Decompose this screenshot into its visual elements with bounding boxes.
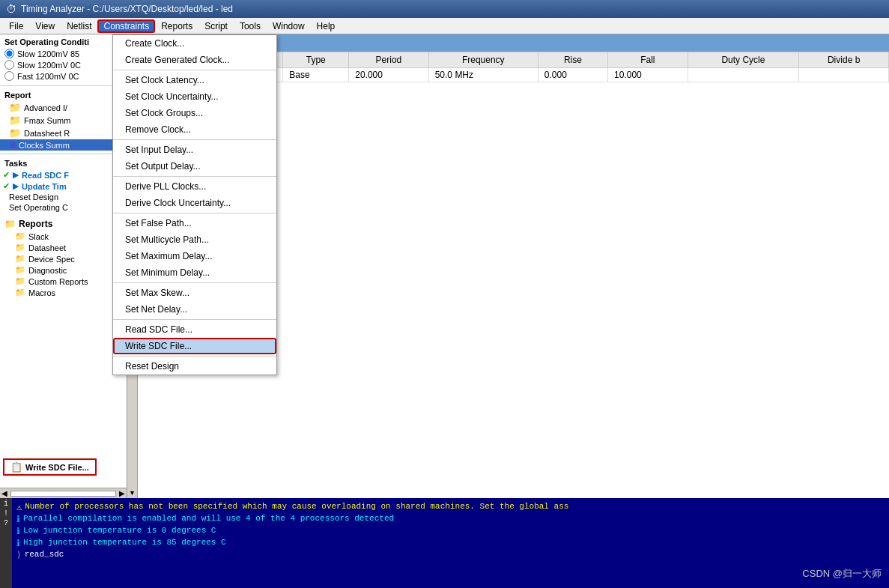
sep1 bbox=[113, 70, 276, 70]
menu-constraints[interactable]: Constraints bbox=[97, 19, 155, 33]
menu-remove-clock[interactable]: Remove Clock... bbox=[113, 121, 276, 138]
menu-derive-clock-uncertainty[interactable]: Derive Clock Uncertainty... bbox=[113, 195, 276, 211]
menu-set-false-path[interactable]: Set False Path... bbox=[113, 215, 276, 231]
report-device-spec[interactable]: 📁 Device Spec bbox=[0, 253, 127, 264]
cell-divide-b bbox=[799, 68, 889, 82]
menu-set-clock-groups[interactable]: Set Clock Groups... bbox=[113, 105, 276, 121]
table-icon-clocks: ⊞ bbox=[9, 140, 16, 150]
console-btn-3[interactable]: ? bbox=[4, 519, 8, 527]
task-set-operating[interactable]: Set Operating C bbox=[0, 202, 127, 213]
radio-fast-1200mv-0c[interactable]: Fast 1200mV 0C bbox=[4, 71, 122, 81]
cell-fall: 10.000 bbox=[608, 68, 688, 82]
cell-type: Base bbox=[283, 68, 349, 82]
menu-reports[interactable]: Reports bbox=[155, 19, 198, 33]
menu-view[interactable]: View bbox=[29, 19, 61, 33]
constraints-dropdown: Create Clock... Create Generated Clock..… bbox=[112, 34, 277, 375]
report-datasheet[interactable]: 📁 Datasheet R bbox=[0, 127, 127, 139]
menu-script[interactable]: Script bbox=[198, 19, 234, 33]
menu-set-minimum-delay[interactable]: Set Minimum Delay... bbox=[113, 264, 276, 281]
cell-frequency: 50.0 MHz bbox=[428, 68, 538, 82]
left-panel: Set Operating Conditi Slow 1200mV 85 Slo… bbox=[0, 34, 127, 498]
task-update-timing[interactable]: ✔ ▶ Update Tim bbox=[0, 181, 127, 192]
console-content: ⚠Number of processors has not been speci… bbox=[16, 502, 886, 560]
right-scroll-down[interactable]: ▼ bbox=[129, 489, 136, 497]
console-line: ℹParallel compilation is enabled and wil… bbox=[16, 514, 886, 525]
scroll-right-arrow[interactable]: ▶ bbox=[118, 489, 127, 497]
console-line-text: High junction temperature is 85 degrees … bbox=[23, 538, 226, 547]
menu-set-max-skew[interactable]: Set Max Skew... bbox=[113, 285, 276, 301]
menu-tools[interactable]: Tools bbox=[234, 19, 267, 33]
report-datasheet-sub[interactable]: 📁 Datasheet bbox=[0, 242, 127, 253]
menu-help[interactable]: Help bbox=[311, 19, 342, 33]
col-duty-cycle: Duty Cycle bbox=[688, 52, 799, 68]
folder-icon-datasheet-sub: 📁 bbox=[15, 243, 25, 252]
left-panel-scrollbar[interactable]: ◀ ▶ bbox=[0, 488, 127, 498]
console-line: ⚠Number of processors has not been speci… bbox=[16, 502, 886, 513]
menu-reset-design[interactable]: Reset Design bbox=[113, 358, 276, 375]
warn-icon: ⚠ bbox=[16, 502, 22, 513]
sep7 bbox=[113, 356, 276, 357]
task-reset-design[interactable]: Reset Design bbox=[0, 192, 127, 202]
report-fmax[interactable]: 📁 Fmax Summ bbox=[0, 114, 127, 127]
report-diagnostic[interactable]: 📁 Diagnostic bbox=[0, 264, 127, 276]
menu-set-clock-uncertainty[interactable]: Set Clock Uncertainty... bbox=[113, 88, 276, 105]
info-icon: ℹ bbox=[16, 514, 20, 525]
report-advanced-label: Advanced I/ bbox=[24, 103, 67, 112]
radio-slow-1200mv-0c[interactable]: Slow 1200mV 0C bbox=[4, 60, 122, 70]
op-conditions-label: Set Operating Conditi bbox=[4, 37, 122, 46]
console-btn-2[interactable]: ! bbox=[4, 509, 8, 518]
report-clocks-label: Clocks Summ bbox=[19, 141, 70, 150]
report-macros[interactable]: 📁 Macros bbox=[0, 287, 127, 298]
constraints-menu: Create Clock... Create Generated Clock..… bbox=[112, 34, 277, 375]
report-fmax-label: Fmax Summ bbox=[24, 116, 70, 125]
report-section-header: Report bbox=[0, 89, 127, 101]
reports-folder-header[interactable]: 📁 Reports bbox=[0, 217, 127, 231]
menu-create-generated-clock[interactable]: Create Generated Clock... bbox=[113, 52, 276, 68]
csdn-watermark: CSDN @归一大师 bbox=[802, 567, 882, 581]
menu-window[interactable]: Window bbox=[267, 19, 311, 33]
menu-file[interactable]: File bbox=[3, 19, 29, 33]
menu-set-maximum-delay[interactable]: Set Maximum Delay... bbox=[113, 248, 276, 264]
console-line-text: Low junction temperature is 0 degrees C bbox=[23, 526, 216, 535]
folder-icon-device-spec: 📁 bbox=[15, 254, 25, 264]
menu-set-net-delay[interactable]: Set Net Delay... bbox=[113, 301, 276, 318]
menu-read-sdc-file[interactable]: Read SDC File... bbox=[113, 321, 276, 338]
info-icon: ℹ bbox=[16, 526, 20, 537]
folder-icon-datasheet: 📁 bbox=[9, 127, 21, 139]
sep3 bbox=[113, 176, 276, 177]
console-btn-1[interactable]: i bbox=[4, 500, 8, 508]
menu-derive-pll-clocks[interactable]: Derive PLL Clocks... bbox=[113, 178, 276, 195]
write-sdc-icon: 📋 bbox=[10, 461, 22, 473]
menu-bar: File View Netlist Constraints Reports Sc… bbox=[0, 18, 889, 34]
menu-create-clock[interactable]: Create Clock... bbox=[113, 35, 276, 52]
slack-label: Slack bbox=[28, 232, 49, 241]
scroll-left-arrow[interactable]: ◀ bbox=[0, 489, 9, 497]
write-sdc-btn-label: Write SDC File... bbox=[25, 463, 89, 472]
folder-icon-macros: 📁 bbox=[15, 288, 25, 297]
cell-rise: 0.000 bbox=[538, 68, 607, 82]
menu-set-output-delay[interactable]: Set Output Delay... bbox=[113, 158, 276, 175]
report-datasheet-label: Datasheet R bbox=[24, 129, 70, 138]
console-controls[interactable]: i ! ? bbox=[0, 498, 12, 588]
menu-set-multicycle-path[interactable]: Set Multicycle Path... bbox=[113, 231, 276, 248]
write-sdc-bottom-button[interactable]: 📋 Write SDC File... bbox=[3, 458, 97, 476]
check-icon-1: ✔ bbox=[3, 170, 10, 180]
check-icon-2: ✔ bbox=[3, 181, 10, 191]
folder-icon-advanced: 📁 bbox=[9, 102, 21, 113]
console-line-text: Parallel compilation is enabled and will… bbox=[23, 514, 394, 523]
menu-set-input-delay[interactable]: Set Input Delay... bbox=[113, 142, 276, 158]
col-rise: Rise bbox=[538, 52, 607, 68]
task-icon-1: ▶ bbox=[13, 170, 19, 180]
folder-icon-reports: 📁 bbox=[4, 219, 16, 229]
folder-icon-slack: 📁 bbox=[15, 231, 25, 241]
report-custom-reports[interactable]: 📁 Custom Reports bbox=[0, 276, 127, 287]
report-slack[interactable]: 📁 Slack bbox=[0, 231, 127, 242]
menu-netlist[interactable]: Netlist bbox=[61, 19, 97, 33]
menu-write-sdc-file[interactable]: Write SDC File... bbox=[113, 338, 276, 354]
report-clocks[interactable]: ⊞ Clocks Summ bbox=[0, 139, 127, 151]
report-advanced[interactable]: 📁 Advanced I/ bbox=[0, 101, 127, 114]
menu-set-clock-latency[interactable]: Set Clock Latency... bbox=[113, 72, 276, 88]
task-read-sdc[interactable]: ✔ ▶ Read SDC F bbox=[0, 169, 127, 181]
radio-slow-1200mv-85[interactable]: Slow 1200mV 85 bbox=[4, 49, 122, 58]
col-type: Type bbox=[283, 52, 349, 68]
